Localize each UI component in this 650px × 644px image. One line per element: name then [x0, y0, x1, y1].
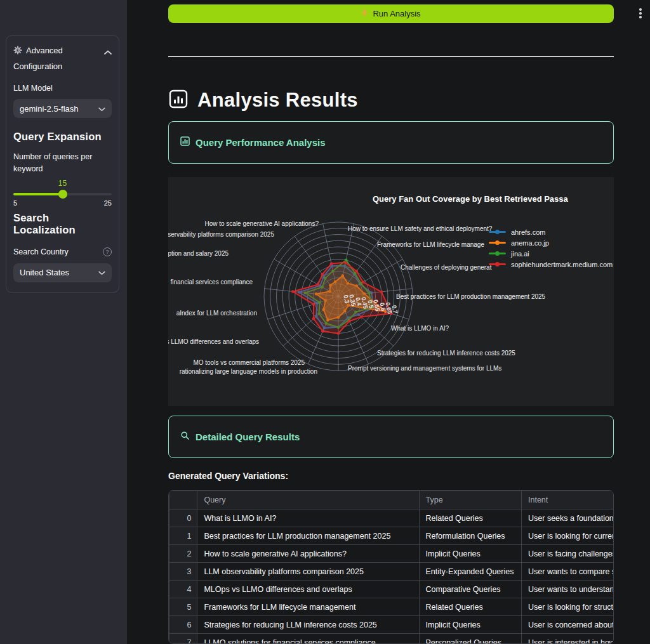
row-cell: User seeks a foundational under	[522, 509, 614, 527]
help-icon[interactable]: ?	[103, 247, 112, 256]
legend-item: sophiehundertmark.medium.com	[489, 260, 613, 268]
col-index	[169, 491, 197, 509]
svg-text:rationalizing large language m: rationalizing large language models in p…	[180, 368, 317, 375]
svg-text:What is LLMO in AI?: What is LLMO in AI?	[391, 325, 449, 332]
row-cell: MLOps vs LLMO differences and overlaps	[197, 581, 419, 598]
radar-chart-panel: 0.30.350.40.450.50.550.60.650.7How to en…	[168, 177, 614, 406]
table-row: 5Frameworks for LLM lifecycle management…	[169, 598, 614, 616]
legend-label: jina.ai	[511, 250, 529, 258]
col-query: Query	[197, 491, 419, 509]
row-cell: User is interested in how LLMO	[522, 634, 614, 644]
row-cell: Frameworks for LLM lifecycle management	[197, 598, 419, 616]
row-index-cell: 1	[169, 527, 197, 545]
row-index-cell: 4	[169, 581, 197, 598]
svg-text:Frameworks for LLM lifecycle m: Frameworks for LLM lifecycle manage	[377, 241, 484, 248]
search-icon	[180, 431, 190, 443]
kebab-menu-icon[interactable]	[635, 8, 646, 21]
svg-text:bservability platforms compari: bservability platforms comparison 2025	[168, 231, 274, 238]
row-cell: Reformulation Queries	[419, 527, 522, 545]
search-country-label: Search Country	[13, 246, 69, 258]
row-cell: Personalized Queries	[419, 634, 522, 644]
row-index-cell: 2	[169, 545, 197, 563]
legend-line-marker-icon	[489, 260, 506, 268]
row-cell: Comparative Queries	[419, 581, 522, 598]
svg-text:aIndex for LLM orchestration: aIndex for LLM orchestration	[176, 310, 257, 317]
slider-max-label: 25	[104, 199, 112, 207]
svg-text:How to scale generative AI app: How to scale generative AI applications?	[204, 220, 319, 227]
row-cell: User wants to understand the di	[522, 581, 614, 598]
slider-track-fill	[13, 193, 63, 195]
svg-text:Best practices for LLM product: Best practices for LLM production manage…	[396, 293, 546, 300]
lightning-icon	[361, 8, 368, 19]
table-row: 2How to scale generative AI applications…	[169, 545, 614, 563]
queries-per-keyword-slider[interactable]: 15 5 25	[13, 179, 112, 208]
svg-text:Prompt versioning and manageme: Prompt versioning and management systems…	[348, 365, 501, 372]
col-type: Type	[419, 491, 522, 509]
legend-label: sophiehundertmark.medium.com	[511, 261, 613, 268]
svg-text:Challenges of deploying genera: Challenges of deploying generat	[401, 264, 492, 271]
legend-label: anema.co.jp	[511, 239, 549, 247]
legend-line-marker-icon	[489, 239, 506, 247]
llm-model-value: gemini-2.5-flash	[20, 104, 79, 114]
row-cell: LLMO solutions for financial services co…	[197, 634, 419, 644]
slider-label: Number of queries per keyword	[13, 151, 112, 175]
advanced-configuration-card: Advanced Configuration LLM Model gemini-…	[6, 35, 119, 293]
query-expansion-heading: Query Expansion	[13, 131, 112, 143]
chevron-up-icon[interactable]	[104, 46, 112, 60]
expander-detailed-results[interactable]: Detailed Query Results	[168, 416, 614, 458]
table-row: 4MLOps vs LLMO differences and overlapsC…	[169, 581, 614, 598]
row-cell: Implicit Queries	[419, 616, 522, 634]
chart-legend: ahrefs.comanema.co.jpjina.aisophiehunder…	[489, 228, 613, 268]
svg-text:How to ensure LLM safety and e: How to ensure LLM safety and ethical dep…	[348, 225, 493, 232]
legend-item: jina.ai	[489, 249, 613, 258]
llm-model-label: LLM Model	[13, 82, 112, 95]
run-analysis-label: Run Analysis	[373, 9, 420, 18]
row-cell: What is LLMO in AI?	[197, 509, 419, 527]
search-country-select[interactable]: United States	[13, 263, 112, 282]
slider-min-label: 5	[13, 199, 17, 207]
row-cell: Best practices for LLM production manage…	[197, 527, 419, 545]
legend-line-marker-icon	[489, 228, 506, 236]
advanced-configuration-header[interactable]: Advanced Configuration	[13, 44, 112, 74]
table-row: 3LLM observability platforms comparison …	[169, 563, 614, 581]
row-index-cell: 3	[169, 563, 197, 581]
expander-detailed-results-label: Detailed Query Results	[196, 431, 300, 442]
radar-chart: 0.30.350.40.450.50.550.60.650.7How to en…	[168, 177, 614, 406]
row-cell: LLM observability platforms comparison 2…	[197, 563, 419, 581]
row-cell: User is looking for current, actio	[522, 527, 614, 545]
table-row: 6Strategies for reducing LLM inference c…	[169, 616, 614, 634]
row-cell: User is looking for structured ap	[522, 598, 614, 616]
svg-text:s LLMO differences and overlap: s LLMO differences and overlaps	[168, 338, 259, 345]
row-cell: User is facing challenges with de	[522, 545, 614, 563]
query-variations-table[interactable]: Query Type Intent 0What is LLMO in AI?Re…	[168, 490, 614, 644]
llm-model-select[interactable]: gemini-2.5-flash	[13, 99, 112, 118]
bar-chart-icon	[169, 89, 188, 111]
sidebar: Advanced Configuration LLM Model gemini-…	[0, 0, 127, 644]
svg-text:MO tools vs commercial platfor: MO tools vs commercial platforms 2025	[193, 359, 305, 366]
gear-icon	[13, 45, 22, 60]
row-cell: How to scale generative AI applications?	[197, 545, 419, 563]
slider-thumb[interactable]	[58, 190, 67, 199]
search-localization-heading: Search Localization	[13, 212, 112, 236]
section-divider	[168, 56, 614, 57]
chevron-down-icon	[98, 268, 105, 277]
row-index-cell: 7	[169, 634, 197, 644]
bar-chart-icon	[180, 136, 190, 148]
slider-value: 15	[58, 179, 67, 188]
legend-item: anema.co.jp	[489, 239, 613, 247]
chevron-down-icon	[98, 104, 105, 114]
row-cell: Strategies for reducing LLM inference co…	[197, 616, 419, 634]
table-row: 1Best practices for LLM production manag…	[169, 527, 614, 545]
legend-line-marker-icon	[489, 249, 506, 258]
row-cell: Implicit Queries	[419, 545, 522, 563]
row-index-cell: 6	[169, 616, 197, 634]
search-country-value: United States	[20, 268, 69, 277]
page-title: Analysis Results	[197, 89, 358, 112]
row-index-cell: 0	[169, 509, 197, 527]
expander-query-performance-label: Query Performance Analysis	[196, 137, 326, 148]
expander-query-performance[interactable]: Query Performance Analysis	[168, 121, 614, 164]
legend-label: ahrefs.com	[511, 228, 545, 236]
row-cell: Entity-Expanded Queries	[419, 563, 522, 581]
run-analysis-button[interactable]: Run Analysis	[168, 4, 614, 23]
svg-text:r job description and salary 2: r job description and salary 2025	[168, 250, 229, 257]
